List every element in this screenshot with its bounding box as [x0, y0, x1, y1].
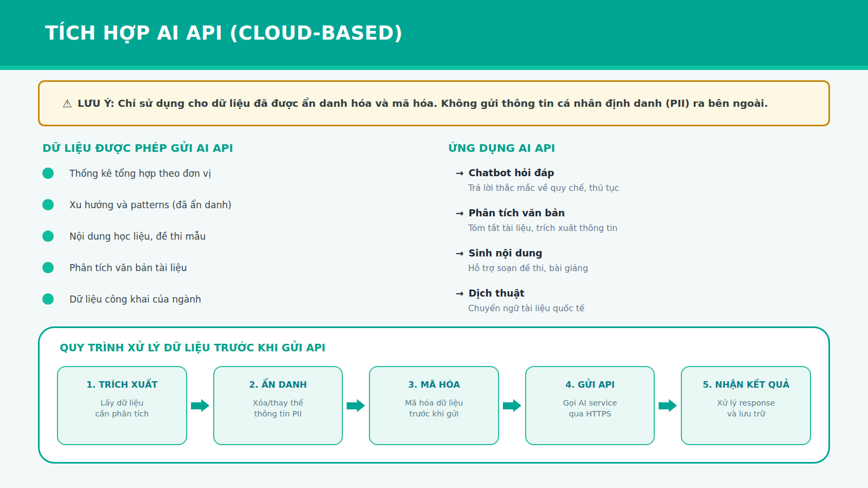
flow-arrow-icon	[187, 399, 213, 412]
process-flow: 1. TRÍCH XUẤT Lấy dữ liệu cần phân tích …	[57, 366, 811, 445]
header-accent-strip	[0, 66, 868, 70]
list-item: Phân tích văn bản tài liệu	[42, 262, 406, 273]
arrow-right-icon: →	[456, 168, 464, 178]
process-step-title: 4. GỬI API	[526, 380, 654, 390]
process-step: 4. GỬI API Gọi AI service qua HTTPS	[525, 366, 655, 445]
process-step-title: 3. MÃ HÓA	[370, 380, 498, 390]
application-item: → Dịch thuật Chuyển ngữ tài liệu quốc tế	[448, 288, 830, 313]
list-item-label: Phân tích văn bản tài liệu	[69, 262, 187, 273]
page-title: TÍCH HỢP AI API (CLOUD-BASED)	[45, 22, 403, 44]
allowed-data-section: DỮ LIỆU ĐƯỢC PHÉP GỬI AI API Thống kê tổ…	[38, 142, 406, 313]
process-step-description: Gọi AI service qua HTTPS	[526, 398, 654, 419]
content-columns: DỮ LIỆU ĐƯỢC PHÉP GỬI AI API Thống kê tổ…	[0, 126, 868, 313]
process-step-title: 5. NHẬN KẾT QUẢ	[682, 380, 810, 390]
application-description: Chuyển ngữ tài liệu quốc tế	[456, 304, 830, 313]
flow-arrow-icon	[499, 399, 525, 412]
process-step: 5. NHẬN KẾT QUẢ Xử lý response và lưu tr…	[681, 366, 811, 445]
warning-banner: ⚠ LƯU Ý: Chỉ sử dụng cho dữ liệu đã được…	[38, 80, 830, 126]
list-item-label: Xu hướng và patterns (đã ẩn danh)	[69, 200, 232, 210]
application-title-label: Dịch thuật	[469, 288, 525, 299]
bullet-dot-icon	[42, 230, 54, 242]
bullet-dot-icon	[42, 168, 54, 179]
list-item: Nội dung học liệu, đề thi mẫu	[42, 230, 406, 242]
application-title-label: Sinh nội dung	[469, 248, 542, 259]
application-description: Trả lời thắc mắc về quy chế, thủ tục	[456, 183, 830, 193]
applications-section: ỨNG DỤNG AI API → Chatbot hỏi đáp Trả lờ…	[406, 142, 830, 313]
list-item: Thống kê tổng hợp theo đơn vị	[42, 168, 406, 179]
process-step-description: Xóa/thay thế thông tin PII	[214, 398, 342, 419]
page-header: TÍCH HỢP AI API (CLOUD-BASED)	[0, 0, 868, 66]
arrow-right-icon: →	[456, 288, 464, 299]
bullet-dot-icon	[42, 262, 54, 273]
flow-arrow-icon	[343, 399, 369, 412]
bullet-dot-icon	[42, 199, 54, 210]
allowed-data-list: Thống kê tổng hợp theo đơn vị Xu hướng v…	[42, 168, 406, 305]
application-description: Hỗ trợ soạn đề thi, bài giảng	[456, 264, 830, 273]
application-description: Tóm tắt tài liệu, trích xuất thông tin	[456, 223, 830, 233]
list-item: Xu hướng và patterns (đã ẩn danh)	[42, 199, 406, 210]
process-heading: QUY TRÌNH XỬ LÝ DỮ LIỆU TRƯỚC KHI GỬI AP…	[60, 342, 811, 354]
process-step-description: Mã hóa dữ liệu trước khi gửi	[370, 398, 498, 419]
application-item: → Chatbot hỏi đáp Trả lời thắc mắc về qu…	[448, 168, 830, 193]
allowed-data-heading: DỮ LIỆU ĐƯỢC PHÉP GỬI AI API	[42, 142, 406, 155]
list-item: Dữ liệu công khai của ngành	[42, 293, 406, 305]
applications-heading: ỨNG DỤNG AI API	[448, 142, 830, 155]
arrow-right-icon: →	[456, 248, 464, 259]
application-item: → Sinh nội dung Hỗ trợ soạn đề thi, bài …	[448, 248, 830, 273]
process-step-title: 2. ẨN DANH	[214, 380, 342, 390]
flow-arrow-icon	[655, 399, 681, 412]
application-title: → Chatbot hỏi đáp	[456, 168, 830, 178]
application-item: → Phân tích văn bản Tóm tắt tài liệu, tr…	[448, 208, 830, 233]
list-item-label: Nội dung học liệu, đề thi mẫu	[69, 231, 206, 242]
process-step-description: Lấy dữ liệu cần phân tích	[58, 398, 186, 419]
process-container: QUY TRÌNH XỬ LÝ DỮ LIỆU TRƯỚC KHI GỬI AP…	[38, 326, 830, 464]
process-step: 3. MÃ HÓA Mã hóa dữ liệu trước khi gửi	[369, 366, 499, 445]
arrow-right-icon: →	[456, 208, 464, 219]
application-title: → Dịch thuật	[456, 288, 830, 299]
application-title-label: Chatbot hỏi đáp	[469, 168, 554, 178]
bullet-dot-icon	[42, 293, 54, 305]
process-step-description: Xử lý response và lưu trữ	[682, 398, 810, 419]
process-step: 2. ẨN DANH Xóa/thay thế thông tin PII	[213, 366, 343, 445]
application-title: → Phân tích văn bản	[456, 208, 830, 219]
application-title: → Sinh nội dung	[456, 248, 830, 259]
warning-icon: ⚠	[62, 97, 72, 110]
list-item-label: Dữ liệu công khai của ngành	[69, 294, 201, 305]
list-item-label: Thống kê tổng hợp theo đơn vị	[69, 168, 211, 179]
warning-text: LƯU Ý: Chỉ sử dụng cho dữ liệu đã được ẩ…	[78, 98, 768, 109]
application-title-label: Phân tích văn bản	[469, 208, 565, 219]
process-step-title: 1. TRÍCH XUẤT	[58, 380, 186, 390]
process-step: 1. TRÍCH XUẤT Lấy dữ liệu cần phân tích	[57, 366, 187, 445]
